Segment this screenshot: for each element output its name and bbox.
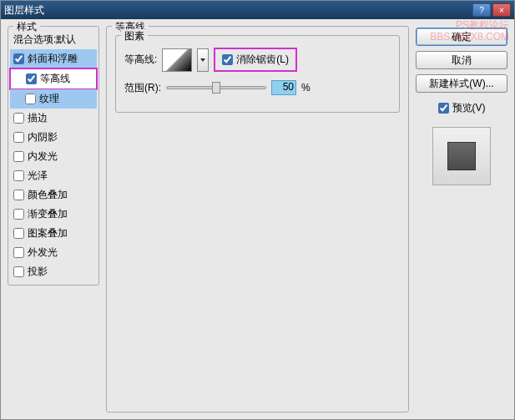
style-label-coloroverlay: 颜色叠加 [28,188,68,202]
watermark: PS教程论坛 BBS.16XX8.COM [430,19,509,43]
contour-row: 等高线: 消除锯齿(L) [124,48,391,72]
antialiased-check[interactable] [222,54,233,65]
style-label-contour: 等高线 [40,72,70,86]
contour-label: 等高线: [124,53,157,67]
preview-swatch [447,142,476,170]
style-label-bevel: 斜面和浮雕 [28,52,78,66]
style-label-satin: 光泽 [28,169,48,183]
range-slider[interactable] [166,86,266,89]
style-label-gradientoverlay: 渐变叠加 [28,207,68,221]
style-label-patternoverlay: 图案叠加 [28,226,68,240]
style-check-contour[interactable] [26,73,37,84]
style-check-innershadow[interactable] [13,132,24,143]
title-bar: 图层样式 ? × [1,1,514,19]
contour-picker[interactable] [162,48,192,72]
watermark-line1: PS教程论坛 [430,19,509,31]
style-label-innershadow: 内阴影 [28,130,58,144]
style-check-gradientoverlay[interactable] [13,209,24,220]
style-item-dropshadow[interactable]: 投影 [10,262,97,281]
styles-legend: 样式 [13,20,40,34]
style-check-dropshadow[interactable] [13,266,24,277]
contour-fieldset: 等高线 图素 等高线: 消除锯齿(L) 范围(R): [106,26,409,412]
range-value[interactable]: 50 [271,80,296,95]
style-label-dropshadow: 投影 [28,265,48,279]
style-label-texture: 纹理 [39,92,59,106]
style-label-outerglow: 外发光 [28,245,58,260]
style-item-coloroverlay[interactable]: 颜色叠加 [10,185,97,205]
settings-panel: 等高线 图素 等高线: 消除锯齿(L) 范围(R): [106,26,409,412]
preview-swatch-container [432,127,491,185]
window-controls: ? × [472,3,511,17]
cancel-button[interactable]: 取消 [416,51,507,69]
style-check-stroke[interactable] [13,113,24,124]
new-style-button[interactable]: 新建样式(W)... [416,74,507,93]
blend-options-label: 混合选项:默认 [13,33,76,47]
range-label: 范围(R): [124,81,161,95]
style-check-bevel[interactable] [13,53,24,64]
style-check-satin[interactable] [13,170,24,181]
help-button[interactable]: ? [472,3,491,17]
style-item-stroke[interactable]: 描边 [10,109,97,128]
style-check-innerglow[interactable] [13,151,24,162]
style-label-innerglow: 内发光 [28,149,58,164]
style-item-patternoverlay[interactable]: 图案叠加 [10,224,97,243]
range-row: 范围(R): 50 % [124,80,391,95]
styles-panel: 样式 混合选项:默认 斜面和浮雕 等高线 纹理 [8,26,99,412]
style-check-patternoverlay[interactable] [13,228,24,239]
contour-dropdown[interactable] [197,48,209,72]
style-check-texture[interactable] [25,94,36,104]
style-item-innerglow[interactable]: 内发光 [10,147,97,166]
style-item-gradientoverlay[interactable]: 渐变叠加 [10,205,97,224]
range-thumb[interactable] [212,82,220,94]
styles-list: 混合选项:默认 斜面和浮雕 等高线 纹理 描边 [10,30,97,281]
style-check-outerglow[interactable] [13,247,24,258]
window-title: 图层样式 [4,3,44,18]
style-item-innershadow[interactable]: 内阴影 [10,128,97,147]
watermark-line2: BBS.16XX8.COM [430,31,509,43]
action-panel: 确定 取消 新建样式(W)... 预览(V) [416,26,507,412]
style-check-coloroverlay[interactable] [13,190,24,200]
style-item-bevel[interactable]: 斜面和浮雕 [10,49,97,68]
style-item-satin[interactable]: 光泽 [10,166,97,185]
close-button[interactable]: × [492,3,511,17]
antialiased-container: 消除锯齿(L) [214,48,297,72]
antialiased-label: 消除锯齿(L) [236,53,289,67]
style-label-stroke: 描边 [28,111,48,125]
preview-check[interactable] [438,103,449,114]
preview-check-row: 预览(V) [416,101,507,115]
styles-fieldset: 样式 混合选项:默认 斜面和浮雕 等高线 纹理 [8,26,99,286]
dialog-content: 样式 混合选项:默认 斜面和浮雕 等高线 纹理 [1,19,514,419]
style-item-outerglow[interactable]: 外发光 [10,243,97,262]
range-unit: % [301,82,311,94]
preview-label: 预览(V) [452,101,486,115]
style-item-contour[interactable]: 等高线 [9,68,98,90]
elements-fieldset: 图素 等高线: 消除锯齿(L) 范围(R): 50 % [115,35,400,113]
elements-legend: 图素 [121,29,148,43]
style-item-texture[interactable]: 纹理 [10,89,97,109]
